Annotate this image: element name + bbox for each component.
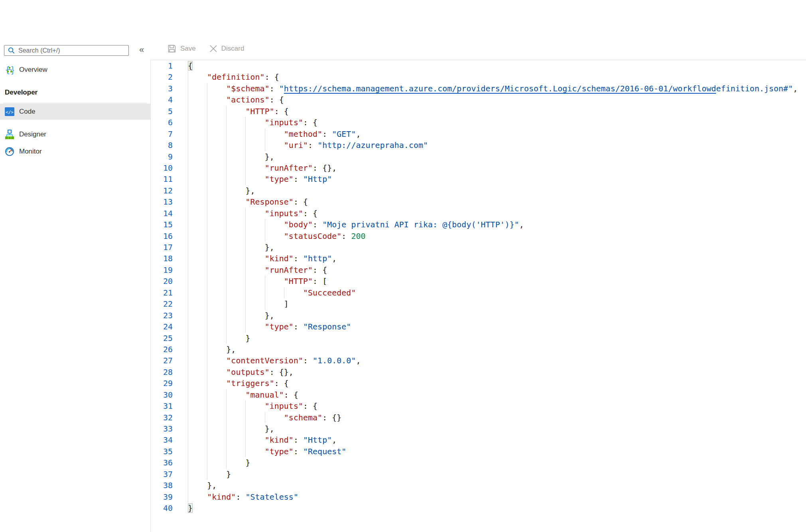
indent-guides — [188, 400, 265, 412]
code-token-key: "kind" — [265, 254, 294, 263]
indent-guides — [188, 151, 265, 162]
line-number: 6 — [151, 117, 173, 128]
code-token-key: "runAfter" — [265, 265, 313, 275]
code-token-key: "definition" — [207, 72, 265, 82]
discard-icon — [209, 45, 217, 53]
code-line[interactable]: 2"definition": { — [151, 71, 806, 83]
code-line[interactable]: 40} — [151, 502, 806, 514]
svg-text:</>: </> — [6, 110, 14, 115]
indent-guides — [188, 264, 265, 276]
code-line[interactable]: 38}, — [151, 480, 806, 491]
indent-guides — [188, 173, 265, 185]
code-line[interactable]: 27"contentVersion": "1.0.0.0", — [151, 355, 806, 366]
code-token-key: "contentVersion" — [226, 356, 303, 365]
code-line[interactable]: 20"HTTP": [ — [151, 276, 806, 287]
sidebar-search[interactable] — [4, 45, 129, 56]
code-token-key: "outputs" — [226, 367, 269, 377]
code-line[interactable]: 25} — [151, 333, 806, 344]
code-line[interactable]: 35"type": "Request" — [151, 446, 806, 457]
code-token-punct: : — [341, 231, 351, 241]
code-token-punct: }, — [207, 481, 217, 490]
code-line[interactable]: 22] — [151, 298, 806, 309]
code-token-val: "http" — [303, 254, 332, 263]
code-line[interactable]: 16"statusCode": 200 — [151, 231, 806, 242]
line-number: 9 — [151, 151, 173, 162]
code-line[interactable]: 23}, — [151, 310, 806, 321]
code-token-box: } — [188, 503, 193, 513]
code-token-key: "method" — [284, 129, 322, 139]
code-line[interactable]: 37} — [151, 469, 806, 480]
workflow-icon: { } — [5, 65, 14, 75]
sidebar-item-code[interactable]: </> Code — [0, 104, 150, 120]
indent-guides — [188, 355, 226, 366]
line-number: 21 — [151, 287, 173, 298]
code-token-punct: : { — [313, 265, 327, 275]
code-line[interactable]: 1{ — [151, 60, 806, 71]
line-number: 3 — [151, 83, 173, 94]
indent-guides — [188, 196, 245, 207]
code-token-key: "schema" — [284, 413, 322, 422]
code-line[interactable]: 24"type": "Response" — [151, 321, 806, 332]
code-token-punct: }, — [265, 152, 274, 162]
code-line[interactable]: 34"kind": "Http", — [151, 434, 806, 445]
line-number: 25 — [151, 333, 173, 344]
indent-guides — [188, 423, 265, 434]
code-line[interactable]: 29"triggers": { — [151, 378, 806, 389]
code-line[interactable]: 19"runAfter": { — [151, 264, 806, 276]
code-token-punct: : — [236, 492, 245, 502]
line-number: 11 — [151, 173, 173, 185]
code-line[interactable]: 28"outputs": {}, — [151, 366, 806, 378]
sidebar-item-monitor[interactable]: Monitor — [0, 144, 150, 160]
code-editor[interactable]: 1{2"definition": {3"$schema": "https://s… — [151, 60, 806, 532]
indent-guides — [188, 389, 245, 400]
indent-guides — [188, 378, 226, 389]
indent-guides — [188, 276, 284, 287]
code-token-punct: : { — [284, 390, 298, 400]
indent-guides — [188, 128, 284, 140]
code-token-punct: } — [245, 458, 250, 467]
code-line[interactable]: 26}, — [151, 344, 806, 355]
search-input[interactable] — [15, 47, 128, 54]
code-line[interactable]: 32"schema": {} — [151, 412, 806, 423]
code-token-key: "Response" — [245, 197, 293, 207]
collapse-sidebar-button[interactable]: « — [136, 44, 148, 56]
code-line[interactable]: 4"actions": { — [151, 94, 806, 105]
code-token-punct: , — [793, 84, 798, 93]
code-line[interactable]: 10"runAfter": {}, — [151, 162, 806, 173]
code-token-punct: : — [313, 220, 322, 229]
line-number: 20 — [151, 276, 173, 287]
code-line[interactable]: 5"HTTP": { — [151, 106, 806, 117]
line-number: 16 — [151, 231, 173, 242]
code-token-punct: : { — [303, 401, 317, 411]
code-token-punct: : — [294, 322, 303, 331]
discard-button[interactable]: Discard — [209, 45, 244, 53]
line-number: 27 — [151, 355, 173, 366]
code-line[interactable]: 8"uri": "http://azurepraha.com" — [151, 140, 806, 151]
code-line[interactable]: 12}, — [151, 185, 806, 196]
line-number: 19 — [151, 264, 173, 276]
sidebar-item-overview[interactable]: { } Overview — [0, 62, 150, 77]
line-number: 13 — [151, 196, 173, 207]
code-line[interactable]: 9}, — [151, 151, 806, 162]
code-line[interactable]: 7"method": "GET", — [151, 128, 806, 140]
sidebar-item-designer[interactable]: Designer — [0, 127, 150, 142]
indent-guides — [188, 480, 207, 491]
code-line[interactable]: 21"Succeeded" — [151, 287, 806, 298]
code-line[interactable]: 3"$schema": "https://schema.management.a… — [151, 83, 806, 94]
code-line[interactable]: 6"inputs": { — [151, 117, 806, 128]
code-line[interactable]: 15"body": "Moje privatni API rika: @{bod… — [151, 219, 806, 230]
code-line[interactable]: 11"type": "Http" — [151, 173, 806, 185]
code-line[interactable]: 33}, — [151, 423, 806, 434]
save-button[interactable]: Save — [168, 44, 196, 53]
code-line[interactable]: 39"kind": "Stateless" — [151, 491, 806, 502]
indent-guides — [188, 83, 226, 94]
code-line[interactable]: 13"Response": { — [151, 196, 806, 207]
code-line[interactable]: 14"inputs": { — [151, 208, 806, 219]
code-line[interactable]: 17}, — [151, 242, 806, 253]
code-line[interactable]: 30"manual": { — [151, 389, 806, 400]
code-line[interactable]: 31"inputs": { — [151, 400, 806, 412]
code-icon: </> — [5, 107, 14, 116]
code-line[interactable]: 18"kind": "http", — [151, 253, 806, 264]
line-number: 12 — [151, 185, 173, 196]
code-line[interactable]: 36} — [151, 457, 806, 468]
